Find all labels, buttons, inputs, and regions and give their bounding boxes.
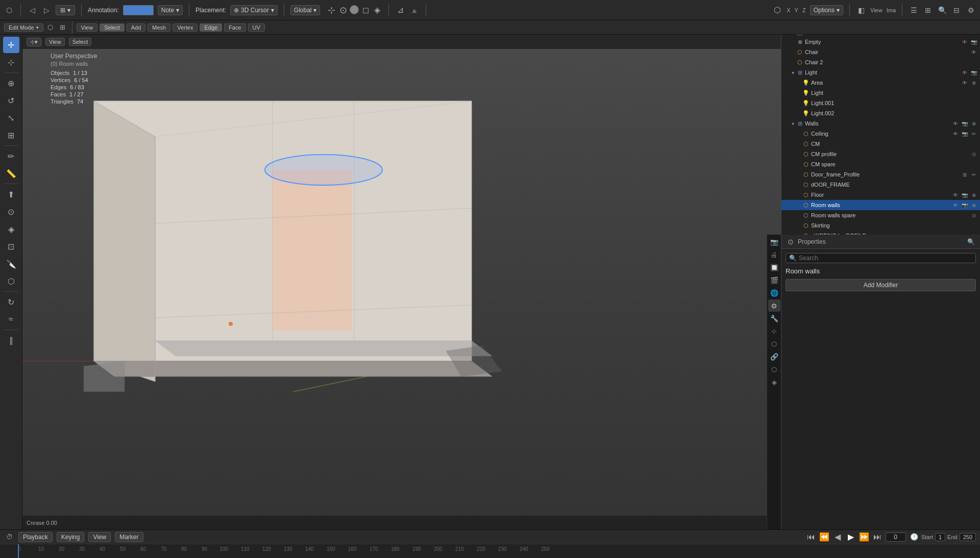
marker-btn[interactable]: Marker <box>115 532 143 542</box>
light-vis-icon[interactable]: 👁 <box>961 68 969 77</box>
ceiling-edit[interactable]: ✏ <box>970 130 978 138</box>
note-btn[interactable]: Note ▾ <box>158 5 183 15</box>
tree-cm[interactable]: ⬡ CM <box>781 139 980 149</box>
props-tab-constraints[interactable]: 🔗 <box>768 350 780 363</box>
editor2-icon[interactable]: ☰ <box>909 5 919 15</box>
area-ren-icon[interactable]: ⊕ <box>970 79 978 87</box>
rws-extra[interactable]: ⊙ <box>970 211 978 219</box>
timeline-scrubber[interactable]: 0 10 20 30 40 50 60 70 80 90 100 110 120… <box>0 544 980 558</box>
grab-tool[interactable]: ⊕ <box>3 75 19 91</box>
extrude-tool[interactable]: ⬆ <box>3 186 19 202</box>
tree-chair2[interactable]: ⬡ Chair 2 <box>781 57 980 67</box>
expand-walls[interactable]: ▾ <box>790 120 796 126</box>
tree-room-walls[interactable]: ⬡ Room walls 👁 📷 ⊕ <box>781 200 980 210</box>
expand-light[interactable]: ▾ <box>790 69 796 75</box>
empty-vis-icon[interactable]: 👁 <box>961 38 969 46</box>
smooth-tool[interactable]: ≈ <box>3 311 19 327</box>
snap2-icon[interactable]: ⟁ <box>409 5 420 15</box>
uv-mode-btn[interactable]: UV <box>248 23 265 32</box>
view-btn-top[interactable]: View <box>870 7 883 13</box>
walls-ren-icon[interactable]: 📷 <box>961 119 969 128</box>
tree-skirting[interactable]: ⬡ Skirting <box>781 220 980 231</box>
face-mode-btn[interactable]: Face <box>224 23 246 32</box>
end-frame-input[interactable]: 250 <box>960 533 976 541</box>
edge-mode-btn[interactable]: Edge <box>200 23 222 32</box>
cm-profile-link-icon[interactable]: ⊙ <box>970 150 978 158</box>
timeline-view-btn[interactable]: View <box>88 532 111 542</box>
cursor-btn[interactable]: ⊕ 3D Cursor ▾ <box>230 5 278 15</box>
props-tab-output[interactable]: 🖨 <box>768 248 780 261</box>
options-btn[interactable]: Options ▾ <box>810 5 843 15</box>
props-tab-data[interactable]: ⬡ <box>768 363 780 375</box>
back-icon[interactable]: ◁ <box>27 5 37 15</box>
edit-mode-dropdown[interactable]: Edit Mode ▾ <box>4 23 43 32</box>
global-btn[interactable]: Global ▾ <box>290 5 321 15</box>
door-profile-edit[interactable]: ✏ <box>970 170 978 179</box>
chair-vis-icon[interactable]: 👁 <box>970 48 978 56</box>
tree-area[interactable]: 💡 Area 👁 ⊕ <box>781 78 980 88</box>
mesh-vis-icon[interactable]: ⬡ <box>45 22 56 33</box>
rotate-tool[interactable]: ↺ <box>3 92 19 109</box>
props-tab-object[interactable]: ⊙ <box>768 299 780 312</box>
filter-icon[interactable]: ⊞ <box>923 5 933 15</box>
settings-icon[interactable]: ⚙ <box>966 5 976 15</box>
walls-extra[interactable]: ⊕ <box>970 119 978 128</box>
select-tool[interactable]: ⊹ <box>3 54 19 70</box>
viewport-select-btn[interactable]: Select <box>69 38 92 46</box>
play-icon[interactable]: ▶ <box>846 532 856 542</box>
tree-room-walls-spare[interactable]: ⬡ Room walls spare ⊙ <box>781 210 980 220</box>
timeline-type-icon[interactable]: ⏱ <box>4 532 14 542</box>
room-walls-extra[interactable]: ⊕ <box>970 201 978 209</box>
floor-ren-icon[interactable]: 📷 <box>961 191 969 199</box>
search-icon[interactable]: 🔍 <box>937 5 947 15</box>
tree-door-profile[interactable]: ⬡ Door_frame_Profile ⊞ ✏ <box>781 169 980 180</box>
add-modifier-btn[interactable]: Add Modifier <box>786 279 976 291</box>
scale-tool[interactable]: ⤡ <box>3 110 19 126</box>
mesh-mode-btn[interactable]: Mesh <box>148 23 170 32</box>
inset-tool[interactable]: ⊙ <box>3 204 19 220</box>
shading-wire-icon[interactable]: ◻ <box>360 5 371 15</box>
play-reverse-icon[interactable]: ◀ <box>832 532 843 542</box>
ceiling-ren-icon[interactable]: 📷 <box>961 130 969 138</box>
room-walls-ren-icon[interactable]: 📷 <box>961 201 969 209</box>
annotation-color-picker[interactable] <box>123 5 154 15</box>
start-frame-input[interactable]: 1 <box>935 533 945 541</box>
tree-light-obj[interactable]: 💡 Light <box>781 88 980 98</box>
tree-light-collection[interactable]: ▾ ⊞ Light 👁 📷 <box>781 67 980 78</box>
render-icon[interactable]: ◧ <box>856 5 866 15</box>
scene-icon[interactable]: ⬡ <box>772 5 782 15</box>
props-search-icon[interactable]: 🔍 <box>966 237 976 247</box>
measure-tool[interactable]: 📏 <box>3 165 19 182</box>
floor-extra[interactable]: ⊕ <box>970 191 978 199</box>
shading-render-icon[interactable]: ◈ <box>372 5 382 15</box>
tree-walls-collection[interactable]: ▾ ⊞ Walls 👁 📷 ⊕ <box>781 118 980 129</box>
keying-btn[interactable]: Keying <box>57 532 85 542</box>
shear-tool[interactable]: ∥ <box>3 332 19 348</box>
props-tab-particles[interactable]: ⊹ <box>768 325 780 337</box>
forward-icon[interactable]: ▷ <box>41 5 52 15</box>
current-frame-input[interactable]: 0 <box>886 532 906 542</box>
spin-tool[interactable]: ↻ <box>3 294 19 310</box>
viewport-view-btn[interactable]: View <box>45 38 65 46</box>
tree-light001[interactable]: 💡 Light.001 <box>781 98 980 108</box>
snap-icon[interactable]: ⊿ <box>395 5 405 15</box>
image-btn[interactable]: Ima <box>887 7 896 13</box>
tree-cm-spare[interactable]: ⬡ CM spare <box>781 159 980 169</box>
door-profile-extra[interactable]: ⊞ <box>961 170 969 179</box>
filter2-icon[interactable]: ⊟ <box>951 5 962 15</box>
area-vis-icon[interactable]: 👁 <box>961 79 969 87</box>
tree-chair[interactable]: ⬡ Chair 👁 <box>781 47 980 57</box>
tree-light002[interactable]: 💡 Light.002 <box>781 108 980 118</box>
cursor-tool[interactable]: ✛ <box>3 37 19 53</box>
blender-logo-icon[interactable]: ⬡ <box>4 5 14 15</box>
next-frame-icon[interactable]: ⏩ <box>859 532 869 542</box>
tree-empty[interactable]: ⊕ Empty 👁 📷 <box>781 37 980 47</box>
add-mode-btn[interactable]: Add <box>127 23 146 32</box>
shading-solid-icon[interactable] <box>350 5 359 14</box>
room-walls-vis-icon[interactable]: 👁 <box>951 201 960 209</box>
bevel-tool[interactable]: ◈ <box>3 221 19 237</box>
tree-door-frame[interactable]: ⬡ dOOR_FRAME <box>781 180 980 190</box>
editor-type-btn[interactable]: ⊞ ▾ <box>56 5 75 15</box>
select-mode-btn[interactable]: Select <box>100 23 125 32</box>
viewport-editor-btn[interactable]: ⊹▾ <box>27 38 41 46</box>
